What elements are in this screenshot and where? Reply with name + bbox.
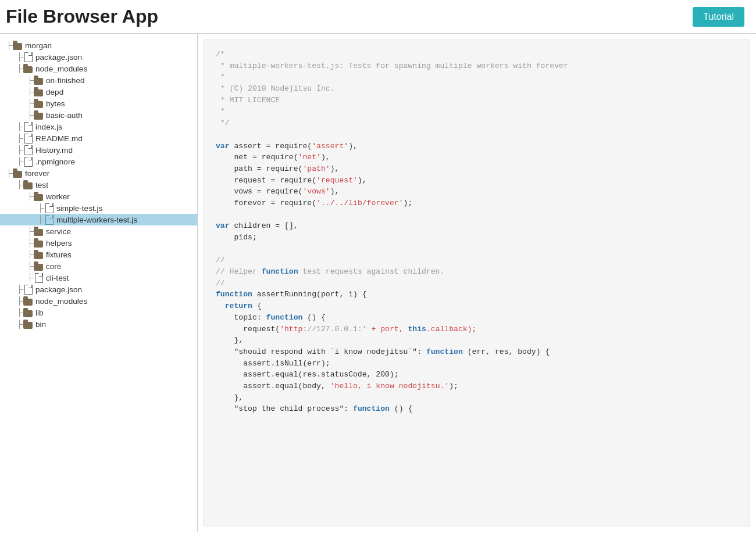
tree-connector-icon: [5, 41, 13, 50]
folder-icon: [34, 238, 44, 248]
folder-icon: [23, 320, 34, 329]
tree-connector-icon: [15, 64, 23, 73]
tree-connector-icon: [15, 134, 23, 143]
tree-connector-icon: [15, 180, 23, 189]
tree-connector-icon: [26, 110, 34, 120]
file-tree: morganpackage.jsonnode_moduleson-finishe…: [0, 34, 198, 532]
tree-item-label: simple-test.js: [56, 204, 102, 213]
folder-icon: [23, 180, 34, 189]
file-icon: [23, 157, 34, 166]
tree-connector-icon: [15, 122, 23, 131]
tree-item-test[interactable]: test: [0, 179, 197, 191]
tree-connector-icon: [15, 157, 23, 166]
folder-icon: [34, 99, 44, 108]
tree-item-package-json-2[interactable]: package.json: [0, 284, 197, 295]
tree-connector-icon: [15, 308, 23, 317]
tree-item-label: forever: [25, 169, 49, 178]
tree-item-label: fixtures: [46, 250, 72, 259]
folder-icon: [34, 250, 44, 259]
main-content: morganpackage.jsonnode_moduleson-finishe…: [0, 34, 756, 532]
code-content: /* * multiple-workers-test.js: Tests for…: [216, 49, 738, 415]
tree-item-forever[interactable]: forever: [0, 167, 197, 179]
folder-icon: [34, 87, 44, 96]
tree-connector-icon: [36, 215, 44, 224]
tree-item-morgan[interactable]: morgan: [0, 40, 197, 51]
folder-icon: [34, 110, 44, 120]
tree-item-label: package.json: [35, 53, 82, 62]
tree-item-bin[interactable]: bin: [0, 318, 197, 330]
tree-connector-icon: [15, 52, 23, 62]
tree-item-npmignore[interactable]: .npmignore: [0, 156, 197, 167]
tree-connector-icon: [5, 168, 13, 178]
tree-item-label: lib: [35, 309, 44, 317]
page-title: File Browser App: [6, 6, 158, 27]
tree-item-depd[interactable]: depd: [0, 86, 197, 98]
folder-icon: [23, 308, 34, 317]
tree-item-helpers[interactable]: helpers: [0, 237, 197, 249]
tree-item-bytes[interactable]: bytes: [0, 98, 197, 109]
file-icon: [44, 203, 55, 213]
tree-item-label: bytes: [46, 99, 65, 108]
tree-item-fixtures[interactable]: fixtures: [0, 249, 197, 260]
folder-icon: [13, 41, 23, 50]
tree-connector-icon: [26, 192, 34, 201]
tree-connector-icon: [15, 285, 23, 294]
tree-connector-icon: [26, 261, 34, 271]
folder-icon: [23, 296, 34, 306]
tree-connector-icon: [26, 273, 34, 282]
tree-item-label: helpers: [46, 239, 72, 248]
tree-connector-icon: [26, 227, 34, 236]
tree-item-label: worker: [46, 192, 70, 201]
folder-icon: [34, 192, 44, 201]
tree-item-label: morgan: [25, 41, 52, 50]
tree-item-cli-test[interactable]: cli-test: [0, 272, 197, 284]
app-header: File Browser App Tutorial: [0, 0, 756, 34]
tree-item-label: test: [35, 181, 48, 189]
file-icon: [23, 145, 34, 155]
tree-item-package-json-1[interactable]: package.json: [0, 51, 197, 63]
tree-connector-icon: [26, 238, 34, 248]
tree-item-node_modules-1[interactable]: node_modules: [0, 63, 197, 74]
tree-item-label: package.json: [35, 285, 82, 294]
tree-item-lib[interactable]: lib: [0, 307, 197, 318]
tree-connector-icon: [26, 87, 34, 96]
tree-item-history-md[interactable]: History.md: [0, 144, 197, 156]
folder-icon: [34, 261, 44, 271]
tree-item-label: on-finished: [46, 76, 85, 85]
tutorial-button[interactable]: Tutorial: [693, 7, 744, 27]
tree-connector-icon: [15, 145, 23, 155]
file-icon: [23, 285, 34, 294]
folder-icon: [23, 64, 34, 73]
tree-item-label: cli-test: [46, 274, 69, 282]
file-icon: [23, 122, 34, 131]
folder-icon: [34, 227, 44, 236]
tree-connector-icon: [26, 76, 34, 85]
tree-item-label: service: [46, 227, 71, 236]
tree-item-basic-auth[interactable]: basic-auth: [0, 109, 197, 121]
tree-item-multiple-workers-test-js[interactable]: multiple-workers-test.js: [0, 214, 197, 225]
tree-item-label: basic-auth: [46, 111, 83, 120]
tree-connector-icon: [26, 250, 34, 259]
tree-connector-icon: [26, 99, 34, 108]
tree-item-label: index.js: [35, 123, 62, 131]
tree-item-label: core: [46, 262, 61, 271]
file-icon: [23, 134, 34, 143]
tree-item-service[interactable]: service: [0, 225, 197, 237]
tree-item-readme-md[interactable]: README.md: [0, 132, 197, 144]
tree-item-label: .npmignore: [35, 157, 75, 166]
tree-item-label: multiple-workers-test.js: [56, 216, 137, 224]
tree-item-index-js-1[interactable]: index.js: [0, 121, 197, 132]
folder-icon: [34, 76, 44, 85]
tree-item-node_modules-2[interactable]: node_modules: [0, 295, 197, 307]
tree-connector-icon: [15, 296, 23, 306]
tree-item-simple-test-js[interactable]: simple-test.js: [0, 202, 197, 214]
tree-item-label: bin: [35, 320, 46, 329]
tree-item-worker[interactable]: worker: [0, 191, 197, 202]
tree-item-core[interactable]: core: [0, 260, 197, 272]
file-icon: [23, 52, 34, 62]
tree-item-on-finished[interactable]: on-finished: [0, 74, 197, 86]
tree-item-label: History.md: [35, 146, 73, 155]
tree-connector-icon: [15, 320, 23, 329]
tree-connector-icon: [36, 203, 44, 213]
code-view: /* * multiple-workers-test.js: Tests for…: [204, 40, 750, 526]
